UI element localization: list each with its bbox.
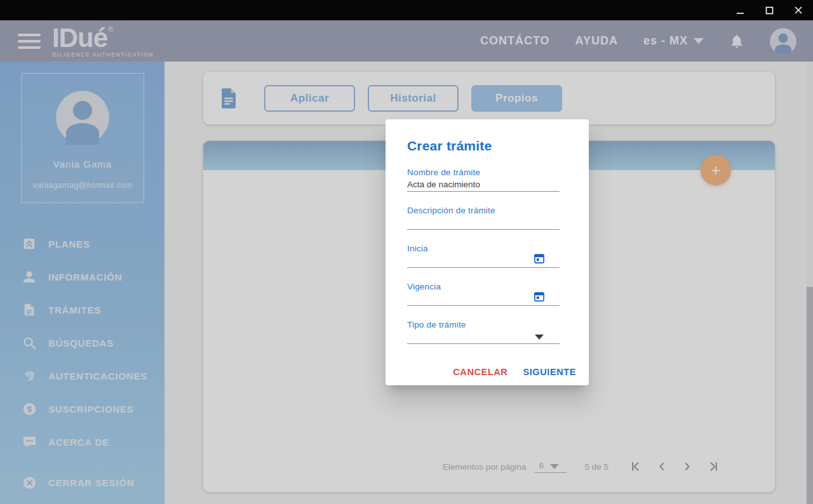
dialog-actions: CANCELAR SIGUIENTE — [407, 363, 577, 381]
dropdown-arrow-icon — [535, 335, 544, 340]
cancelar-button[interactable]: CANCELAR — [452, 363, 509, 381]
window-titlebar — [0, 0, 813, 20]
vigencia-input[interactable] — [407, 292, 560, 306]
maximize-icon — [765, 6, 774, 15]
siguiente-button[interactable]: SIGUIENTE — [521, 363, 577, 381]
minimize-icon — [736, 6, 744, 15]
field-label: Descripción de trámite — [407, 206, 560, 216]
close-icon — [794, 6, 803, 15]
calendar-icon[interactable] — [533, 290, 546, 303]
dialog-title: Crear trámite — [407, 138, 560, 154]
nombre-input[interactable]: Acta de nacimiento — [407, 178, 560, 192]
field-label: Tipo de trámite — [407, 320, 560, 330]
field-tipo-de-tramite: Tipo de trámite — [407, 320, 560, 344]
window-maximize-button[interactable] — [755, 0, 784, 20]
window-close-button[interactable] — [784, 0, 813, 20]
inicia-input[interactable] — [407, 254, 560, 268]
crear-tramite-dialog: Crear trámite Nombre de trámite Acta de … — [386, 119, 589, 385]
field-label: Nombre de trámite — [407, 168, 560, 178]
field-inicia: Inicia — [407, 244, 560, 268]
tipo-de-tramite-select[interactable] — [407, 330, 560, 344]
calendar-icon[interactable] — [533, 252, 546, 265]
field-descripcion-de-tramite: Descripción de trámite — [407, 206, 560, 230]
window-minimize-button[interactable] — [725, 0, 755, 20]
field-vigencia: Vigencia — [407, 282, 560, 306]
field-nombre-de-tramite: Nombre de trámite Acta de nacimiento — [407, 168, 560, 192]
input-value: Acta de nacimiento — [407, 180, 480, 191]
descripcion-input[interactable] — [407, 216, 560, 230]
